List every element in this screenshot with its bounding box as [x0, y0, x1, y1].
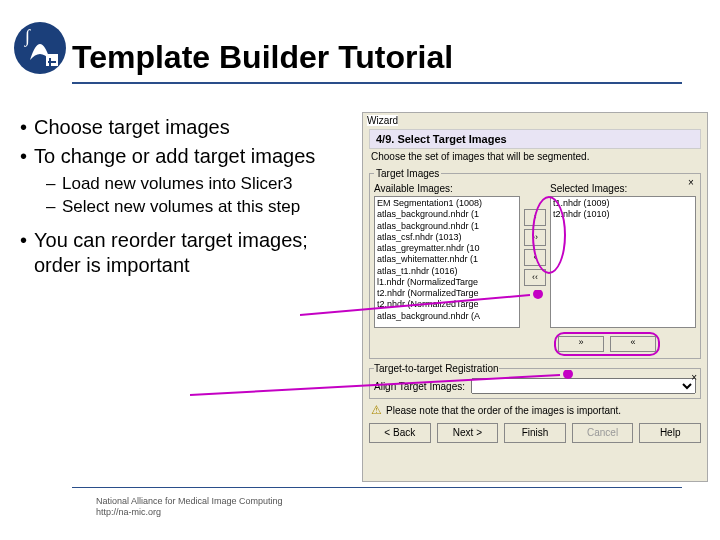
remove-all-button[interactable]: ‹‹: [524, 269, 546, 286]
list-item[interactable]: t1.nhdr (1009): [553, 198, 693, 209]
cancel-button[interactable]: Cancel: [572, 423, 634, 443]
list-item[interactable]: t2.nhdr (NormalizedTarge: [377, 288, 517, 299]
add-button[interactable]: ›: [524, 209, 546, 226]
registration-legend: Target-to-target Registration: [374, 363, 499, 374]
selected-label: Selected Images:: [550, 183, 696, 194]
bullet-content: •Choose target images •To change or add …: [20, 115, 360, 282]
selected-list[interactable]: t1.nhdr (1009) t2.nhdr (1010): [550, 196, 696, 328]
list-item[interactable]: atlas_csf.nhdr (1013): [377, 232, 517, 243]
bullet-1: Choose target images: [34, 115, 230, 140]
finish-button[interactable]: Finish: [504, 423, 566, 443]
list-item[interactable]: t2.nhdr (1010): [553, 209, 693, 220]
available-list[interactable]: EM Segmentation1 (1008) atlas_background…: [374, 196, 520, 328]
footer-divider: [72, 487, 682, 488]
wizard-step-label: 4/9. Select Target Images: [369, 129, 701, 149]
wizard-step-desc: Choose the set of images that will be se…: [371, 151, 699, 162]
align-select[interactable]: [471, 378, 696, 394]
svg-rect-2: [46, 54, 58, 66]
wizard-window-title: Wizard: [367, 115, 398, 126]
available-label: Available Images:: [374, 183, 520, 194]
bullet-3: You can reorder target images; order is …: [34, 228, 360, 278]
list-item[interactable]: atlas_greymatter.nhdr (10: [377, 243, 517, 254]
footer: National Alliance for Medical Image Comp…: [96, 496, 283, 519]
remove-button[interactable]: ‹: [524, 249, 546, 266]
note-text: Please note that the order of the images…: [386, 405, 621, 416]
add-all-button[interactable]: ››: [524, 229, 546, 246]
back-button[interactable]: < Back: [369, 423, 431, 443]
list-item[interactable]: atlas_whitematter.nhdr (1: [377, 254, 517, 265]
namic-logo-icon: ∫: [10, 18, 70, 78]
list-item[interactable]: l1.nhdr (NormalizedTarge: [377, 277, 517, 288]
footer-org: National Alliance for Medical Image Comp…: [96, 496, 283, 507]
list-item[interactable]: t2.nhdr (NormalizedTarge: [377, 299, 517, 310]
collapse-icon[interactable]: ×: [691, 372, 697, 383]
list-item[interactable]: EM Segmentation1 (1008): [377, 198, 517, 209]
target-images-legend: Target Images: [374, 168, 441, 179]
bullet-2: To change or add target images: [34, 144, 315, 169]
list-item[interactable]: atlas_background.nhdr (A: [377, 311, 517, 322]
bullet-2a: Load new volumes into Slicer3: [62, 173, 293, 194]
list-item[interactable]: atlas_t1.nhdr (1016): [377, 266, 517, 277]
registration-group: Target-to-target Registration × Align Ta…: [369, 363, 701, 399]
move-down-button[interactable]: «: [610, 336, 656, 352]
reorder-buttons-highlight: » «: [554, 332, 660, 356]
help-button[interactable]: Help: [639, 423, 701, 443]
align-label: Align Target Images:: [374, 381, 465, 392]
move-up-button[interactable]: »: [558, 336, 604, 352]
list-item[interactable]: atlas_background.nhdr (1: [377, 221, 517, 232]
footer-url: http://na-mic.org: [96, 507, 283, 518]
slide-title: Template Builder Tutorial: [72, 39, 453, 78]
wizard-panel: Wizard 4/9. Select Target Images Choose …: [362, 112, 708, 482]
target-images-group: Target Images × Available Images: EM Seg…: [369, 168, 701, 359]
collapse-icon[interactable]: ×: [685, 177, 697, 188]
warning-icon: ⚠: [371, 403, 382, 417]
order-note: ⚠ Please note that the order of the imag…: [371, 403, 699, 417]
bullet-2b: Select new volumes at this step: [62, 196, 300, 217]
next-button[interactable]: Next >: [437, 423, 499, 443]
title-divider: [72, 82, 682, 84]
list-item[interactable]: atlas_background.nhdr (1: [377, 209, 517, 220]
